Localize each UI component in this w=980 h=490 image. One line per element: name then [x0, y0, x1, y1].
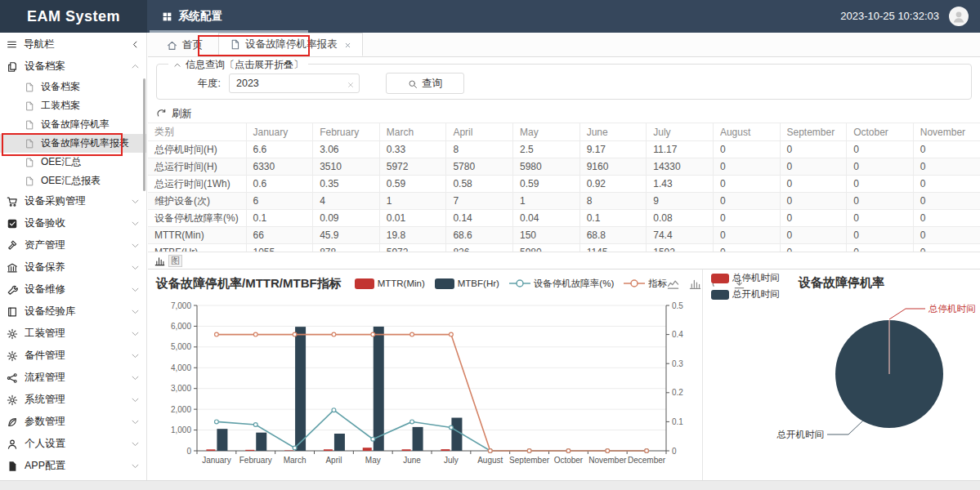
sidebar-scrollbar[interactable] [143, 78, 145, 191]
sidebar-item[interactable]: 设备故障停机率报表 [0, 134, 146, 153]
sidebar-item-label: 设备维修 [25, 283, 131, 296]
chevron-left-icon[interactable] [131, 38, 140, 50]
sidebar-item[interactable]: 设备维修 [0, 278, 146, 301]
tab-report-active[interactable]: 设备故障停机率报表 [218, 33, 363, 56]
chevron-down-icon[interactable] [131, 219, 140, 228]
sidebar-item-label: 工装管理 [25, 327, 131, 341]
table-cell: 1.43 [647, 176, 714, 193]
table-cell: 0 [713, 210, 780, 227]
check-square-icon [7, 218, 18, 229]
chevron-down-icon[interactable] [131, 263, 140, 272]
combo-chart-panel: 设备故障停机率/MTTR/MTBF指标 MTTR(Min)MTBF(Hr)设备停… [148, 270, 702, 480]
year-input[interactable] [229, 74, 360, 93]
sidebar-item[interactable]: APP配置 [0, 455, 146, 477]
chevron-down-icon[interactable] [131, 285, 140, 294]
chevron-down-icon[interactable] [131, 461, 140, 470]
sidebar-item[interactable]: 设备经验库 [0, 301, 146, 323]
table-row: 总运行时间(H)63303510597257805980916014330000… [148, 158, 980, 176]
charts-area: 设备故障停机率/MTTR/MTBF指标 MTTR(Min)MTBF(Hr)设备停… [148, 270, 980, 480]
table-cell: 8 [579, 193, 647, 210]
table-cell: 0.35 [313, 176, 380, 193]
sidebar-item[interactable]: 设备保养 [0, 256, 146, 278]
table-cell: 总运行时间(1Wh) [148, 176, 246, 193]
table-cell: 0.08 [647, 210, 714, 227]
legend-item[interactable]: MTTR(Min) [355, 278, 425, 289]
pie-chart[interactable]: 总停机时间总开机时间 [703, 292, 980, 477]
chevron-down-icon[interactable] [131, 241, 140, 250]
sidebar-item[interactable]: OEE汇总 [0, 153, 146, 172]
sidebar-item[interactable]: 参数管理 [0, 411, 146, 433]
close-icon[interactable] [344, 42, 351, 49]
combo-chart[interactable]: 01,0002,0003,0004,0005,0006,0007,00000.1… [148, 294, 702, 479]
sidebar-item[interactable]: 设备档案 [0, 56, 146, 78]
chevron-down-icon[interactable] [131, 197, 140, 206]
sidebar-item[interactable]: 流程管理 [0, 367, 146, 389]
table-cell: 3.06 [313, 141, 380, 158]
chart-bar-icon[interactable] [689, 278, 701, 290]
sidebar-item[interactable]: 资产管理 [0, 234, 146, 256]
table-cell: 0 [913, 210, 980, 227]
table-cell: 0 [913, 227, 980, 244]
combo-chart-title: 设备故障停机率/MTTR/MTBF指标 [156, 276, 342, 292]
chevron-up-icon[interactable] [131, 62, 140, 71]
sidebar-item[interactable]: 个人设置 [0, 433, 146, 455]
table-cell: 9.17 [579, 141, 647, 158]
close-icon[interactable] [347, 81, 355, 89]
sidebar-item[interactable]: 工装档案 [0, 96, 146, 115]
sidebar-item-label: 资产管理 [25, 238, 131, 252]
table-cell: 6330 [246, 158, 313, 176]
table-cell: 9160 [579, 158, 647, 176]
chevron-down-icon[interactable] [131, 307, 140, 316]
column-header: August [713, 123, 780, 141]
sidebar-item[interactable]: OEE汇总报表 [0, 172, 146, 190]
doc-icon [25, 158, 34, 167]
clear-input-icon[interactable] [347, 77, 355, 91]
chart-tab-label[interactable]: 图 [168, 255, 182, 267]
table-cell: 0.33 [379, 141, 446, 158]
svg-text:November: November [588, 456, 627, 465]
sidebar-nav-header[interactable]: 导航栏 [0, 33, 146, 56]
sidebar-item[interactable]: 设备验收 [0, 212, 146, 234]
query-panel-header[interactable]: 信息查询〔点击展开折叠〕 [168, 58, 308, 72]
legend-item[interactable]: 指标 [624, 278, 667, 290]
sidebar-item[interactable]: 备件管理 [0, 345, 146, 367]
table-cell: 总停机时间(H) [148, 141, 246, 158]
table-cell: 0.1 [579, 210, 647, 227]
column-header: October [847, 123, 914, 141]
sidebar-item[interactable]: 系统管理 [0, 389, 146, 411]
chevron-down-icon[interactable] [131, 329, 140, 338]
table-cell: 0 [847, 193, 914, 210]
chevron-down-icon[interactable] [131, 351, 140, 360]
svg-text:1,000: 1,000 [171, 425, 191, 434]
refresh-button[interactable]: 刷新 [156, 106, 192, 121]
hamburger-icon [7, 38, 17, 50]
sidebar-item-label: 设备验收 [25, 216, 131, 230]
avatar[interactable] [949, 7, 969, 26]
tab-home[interactable]: 首页 [156, 33, 213, 56]
sidebar-item[interactable]: 设备采购管理 [0, 190, 146, 212]
tab-close-icon[interactable] [344, 39, 351, 51]
chevron-down-icon[interactable] [131, 373, 140, 382]
table-cell: 0.04 [513, 210, 580, 227]
chart-tab-strip[interactable]: 图 [148, 252, 980, 270]
chevron-down-icon[interactable] [131, 439, 140, 448]
chart-line-icon[interactable] [667, 278, 679, 290]
table-cell: 总运行时间(H) [148, 158, 246, 176]
legend-item[interactable]: MTBF(Hr) [435, 278, 499, 289]
chart-bar-icon [154, 256, 165, 266]
table-cell: 维护设备(次) [148, 193, 246, 210]
table-cell: 0 [713, 176, 780, 193]
table-row: 总运行时间(1Wh)0.60.350.590.580.590.921.43000… [148, 176, 980, 193]
table-cell: 5972 [379, 244, 446, 252]
sidebar-item[interactable]: 设备档案 [0, 78, 146, 96]
sidebar-item[interactable]: 工装管理 [0, 323, 146, 345]
chevron-down-icon[interactable] [131, 395, 140, 404]
top-menu-item-system-config[interactable]: 系统配置 [162, 0, 222, 33]
search-button[interactable]: 查询 [386, 73, 464, 94]
legend-item[interactable]: 设备停机故障率(%) [509, 278, 614, 290]
table-row: 总停机时间(H)6.63.060.3382.59.1711.170000 [148, 141, 980, 158]
chevron-down-icon[interactable] [131, 417, 140, 426]
column-header: January [246, 123, 313, 141]
sidebar-item[interactable]: 设备故障停机率 [0, 115, 146, 134]
svg-text:0: 0 [672, 447, 677, 456]
